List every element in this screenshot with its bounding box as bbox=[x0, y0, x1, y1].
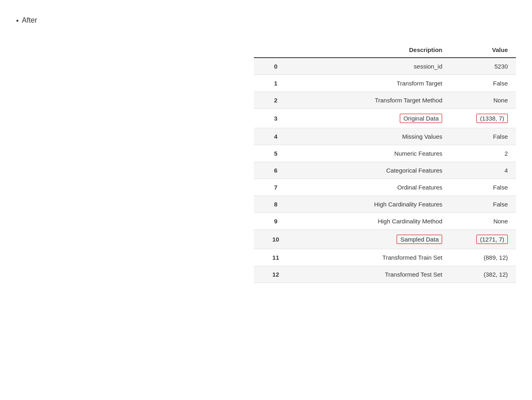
table-row: 6Categorical Features4 bbox=[254, 162, 516, 179]
cell-value: None bbox=[450, 213, 516, 230]
cell-index: 11 bbox=[254, 249, 297, 266]
cell-description: Original Data bbox=[297, 109, 450, 128]
cell-description: Numeric Features bbox=[297, 145, 450, 162]
table-row: 1Transform TargetFalse bbox=[254, 75, 516, 92]
cell-index: 12 bbox=[254, 266, 297, 283]
table-row: 11Transformed Train Set(889, 12) bbox=[254, 249, 516, 266]
table-row: 3Original Data(1338, 7) bbox=[254, 109, 516, 128]
table-row: 10Sampled Data(1271, 7) bbox=[254, 230, 516, 249]
table-container: Description Value 0session_id52301Transf… bbox=[8, 42, 524, 283]
cell-value: False bbox=[450, 179, 516, 196]
highlighted-cell-value: (1271, 7) bbox=[476, 235, 508, 244]
cell-value: None bbox=[450, 92, 516, 109]
table-row: 2Transform Target MethodNone bbox=[254, 92, 516, 109]
table-row: 4Missing ValuesFalse bbox=[254, 128, 516, 145]
cell-description: session_id bbox=[297, 58, 450, 75]
cell-value: 5230 bbox=[450, 58, 516, 75]
cell-value: (889, 12) bbox=[450, 249, 516, 266]
cell-description: Categorical Features bbox=[297, 162, 450, 179]
cell-description: High Cardinality Method bbox=[297, 213, 450, 230]
cell-index: 7 bbox=[254, 179, 297, 196]
highlighted-cell-desc: Sampled Data bbox=[397, 235, 442, 244]
cell-description: Transform Target Method bbox=[297, 92, 450, 109]
cell-index: 1 bbox=[254, 75, 297, 92]
highlighted-cell-value: (1338, 7) bbox=[476, 114, 508, 123]
table-row: 8High Cardinality FeaturesFalse bbox=[254, 196, 516, 213]
table-row: 5Numeric Features2 bbox=[254, 145, 516, 162]
cell-value: 4 bbox=[450, 162, 516, 179]
cell-value: False bbox=[450, 75, 516, 92]
cell-value: False bbox=[450, 128, 516, 145]
data-table: Description Value 0session_id52301Transf… bbox=[254, 42, 516, 283]
cell-description: Ordinal Features bbox=[297, 179, 450, 196]
header-value: Value bbox=[450, 42, 516, 58]
cell-description: Transformed Train Set bbox=[297, 249, 450, 266]
table-row: 0session_id5230 bbox=[254, 58, 516, 75]
table-row: 12Transformed Test Set(382, 12) bbox=[254, 266, 516, 283]
table-body: 0session_id52301Transform TargetFalse2Tr… bbox=[254, 58, 516, 283]
cell-index: 3 bbox=[254, 109, 297, 128]
highlighted-cell-desc: Original Data bbox=[400, 114, 443, 123]
cell-index: 4 bbox=[254, 128, 297, 145]
header-index bbox=[254, 42, 297, 58]
cell-description: Transformed Test Set bbox=[297, 266, 450, 283]
cell-description: Missing Values bbox=[297, 128, 450, 145]
cell-index: 10 bbox=[254, 230, 297, 249]
header-description: Description bbox=[297, 42, 450, 58]
cell-index: 0 bbox=[254, 58, 297, 75]
cell-index: 6 bbox=[254, 162, 297, 179]
cell-description: Transform Target bbox=[297, 75, 450, 92]
bullet-dot: • bbox=[16, 16, 19, 26]
cell-description: Sampled Data bbox=[297, 230, 450, 249]
table-row: 7Ordinal FeaturesFalse bbox=[254, 179, 516, 196]
cell-index: 5 bbox=[254, 145, 297, 162]
after-section: • After bbox=[8, 16, 524, 26]
cell-index: 8 bbox=[254, 196, 297, 213]
cell-index: 2 bbox=[254, 92, 297, 109]
cell-value: (382, 12) bbox=[450, 266, 516, 283]
cell-value: 2 bbox=[450, 145, 516, 162]
table-row: 9High Cardinality MethodNone bbox=[254, 213, 516, 230]
cell-value: False bbox=[450, 196, 516, 213]
cell-index: 9 bbox=[254, 213, 297, 230]
cell-value: (1338, 7) bbox=[450, 109, 516, 128]
cell-description: High Cardinality Features bbox=[297, 196, 450, 213]
table-header-row: Description Value bbox=[254, 42, 516, 58]
after-label: After bbox=[22, 16, 37, 25]
cell-value: (1271, 7) bbox=[450, 230, 516, 249]
